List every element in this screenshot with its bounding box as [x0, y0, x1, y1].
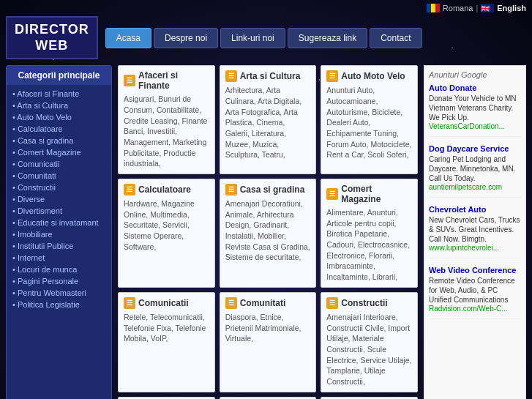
- category-icon-2: ☰: [326, 70, 338, 82]
- category-links-8: Amenajari Interioare, Constructii Civile…: [326, 312, 412, 387]
- category-title-4[interactable]: ☰Casa si gradina: [225, 184, 311, 195]
- category-links-1: Arhitectura, Arta Culinara, Arta Digital…: [225, 85, 311, 160]
- category-block-6: ☰ComunicatiiRetele, Telecomunicatii, Tel…: [118, 292, 215, 392]
- ad-title-2[interactable]: Chevrolet Auto: [429, 205, 521, 214]
- ad-text-0: Donate Your Vehicle to MN Vietnam Vetera…: [429, 94, 521, 122]
- language-selector: Romana | 🇬🇧 English: [427, 4, 526, 12]
- category-block-11: ☰Educatie si invatamantBiblioteci, Cursu…: [321, 397, 418, 399]
- sidebar-item-10[interactable]: Divertisment: [7, 205, 111, 217]
- category-title-text-8: Constructii: [341, 298, 387, 308]
- category-icon-4: ☰: [225, 184, 237, 195]
- category-title-text-0: Afaceri si Finante: [138, 70, 209, 91]
- category-title-8[interactable]: ☰Constructii: [326, 297, 412, 309]
- ad-url-3: Radvision.com/Web-C...: [429, 305, 521, 313]
- sidebar-item-13[interactable]: Institutii Publice: [7, 240, 111, 252]
- category-links-0: Asigurari, Bunuri de Consum, Contabilita…: [124, 94, 209, 169]
- ad-block-2: Chevrolet AutoNew Chevrolet Cars, Trucks…: [429, 205, 521, 258]
- lang-separator: |: [476, 4, 478, 12]
- english-link[interactable]: English: [497, 4, 526, 12]
- ads-list: Auto DonateDonate Your Vehicle to MN Vie…: [429, 83, 521, 319]
- category-icon-7: ☰: [225, 297, 237, 309]
- sidebar-item-3[interactable]: Calculatoare: [7, 123, 111, 135]
- category-title-text-5: Comert Magazine: [341, 184, 412, 204]
- category-block-7: ☰ComunitatiDiaspora, Etnice, Prietenii M…: [220, 292, 317, 392]
- sidebar-item-9[interactable]: Diverse: [7, 193, 111, 205]
- sidebar-item-1[interactable]: Arta si Cultura: [7, 100, 111, 111]
- category-icon-6: ☰: [124, 297, 135, 309]
- nav-item-acasa[interactable]: Acasa: [105, 28, 151, 48]
- category-block-9: ☰DiverseAltele, Discutii,: [118, 397, 215, 399]
- ad-url-0: VeteransCarDonation...: [429, 122, 521, 130]
- category-title-5[interactable]: ☰Comert Magazine: [326, 184, 412, 204]
- site-logo[interactable]: DIRECTOR WEB: [6, 16, 98, 59]
- ad-text-3: Remote Video Conference for Web, Audio, …: [429, 276, 521, 305]
- category-links-2: Anunturi Auto, Autocamioane, Autoturisme…: [326, 85, 412, 160]
- ad-title-3[interactable]: Web Video Conference: [429, 266, 521, 275]
- main-content: Categorii principale Afaceri si FinanteA…: [0, 65, 532, 399]
- category-icon-5: ☰: [326, 188, 338, 200]
- category-links-3: Hardware, Magazine Online, Multimedia, S…: [124, 198, 209, 252]
- header: DIRECTOR WEB AcasaDespre noiLink-uri noi…: [0, 16, 532, 65]
- ad-block-3: Web Video ConferenceRemote Video Confere…: [429, 266, 521, 319]
- category-title-2[interactable]: ☰Auto Moto Velo: [326, 70, 412, 82]
- category-icon-0: ☰: [124, 75, 135, 86]
- category-block-1: ☰Arta si CulturaArhitectura, Arta Culina…: [220, 65, 317, 174]
- category-title-1[interactable]: ☰Arta si Cultura: [225, 70, 311, 82]
- sidebar-item-17[interactable]: Pentru Webmasteri: [7, 287, 111, 299]
- ads-title: Anunturi Google: [429, 70, 521, 79]
- ad-block-1: Dog Daycare ServiceCaring Pet Lodging an…: [429, 144, 521, 198]
- romanian-flag-icon: [427, 4, 440, 12]
- logo-line1: DIRECTOR: [15, 22, 89, 38]
- sidebar-item-7[interactable]: Comunitati: [7, 170, 111, 182]
- logo-line2: WEB: [15, 38, 89, 54]
- category-title-6[interactable]: ☰Comunicatii: [124, 297, 209, 309]
- ad-text-1: Caring Pet Lodging and Daycare. Minneton…: [429, 154, 521, 183]
- ad-title-0[interactable]: Auto Donate: [429, 83, 521, 92]
- ad-text-2: New Chevrolet Cars, Trucks & SUVs. Great…: [429, 215, 521, 244]
- category-title-0[interactable]: ☰Afaceri si Finante: [124, 70, 209, 91]
- category-links-5: Alimentare, Anunturi, Articole pentru co…: [326, 207, 412, 283]
- category-block-0: ☰Afaceri si FinanteAsigurari, Bunuri de …: [118, 65, 215, 174]
- sidebar-item-16[interactable]: Pagini Personale: [7, 275, 111, 287]
- categories-grid: ☰Afaceri si FinanteAsigurari, Bunuri de …: [118, 65, 418, 399]
- right-ads: Anunturi Google Auto DonateDonate Your V…: [424, 65, 526, 399]
- sidebar-item-5[interactable]: Comert Magazine: [7, 146, 111, 158]
- sidebar-item-11[interactable]: Educatie si invatamant: [7, 217, 111, 228]
- sidebar: Categorii principale Afaceri si FinanteA…: [6, 65, 112, 399]
- category-block-5: ☰Comert MagazineAlimentare, Anunturi, Ar…: [321, 179, 418, 288]
- sidebar-item-0[interactable]: Afaceri si Finante: [7, 88, 111, 100]
- sidebar-item-4[interactable]: Casa si gradina: [7, 135, 111, 146]
- nav-item-link-uri-noi[interactable]: Link-uri noi: [220, 28, 285, 48]
- nav-item-sugereaza-link[interactable]: Sugereaza link: [288, 28, 367, 48]
- category-title-3[interactable]: ☰Calculatoare: [124, 184, 209, 195]
- sidebar-item-15[interactable]: Locuri de munca: [7, 264, 111, 275]
- sidebar-item-6[interactable]: Comunicatii: [7, 158, 111, 170]
- sidebar-title: Categorii principale: [7, 66, 111, 85]
- ad-url-2: www.lupintchevrolei...: [429, 244, 521, 252]
- category-title-text-6: Comunicatii: [138, 298, 189, 308]
- category-title-text-1: Arta si Cultura: [240, 71, 301, 81]
- nav-item-despre-noi[interactable]: Despre noi: [154, 28, 218, 48]
- sidebar-item-8[interactable]: Constructii: [7, 182, 111, 193]
- category-block-10: ☰DivertismentAstrologie, Chat, Felicitar…: [220, 397, 317, 399]
- main-nav: AcasaDespre noiLink-uri noiSugereaza lin…: [105, 28, 532, 48]
- category-links-4: Amenajari Decoratiuni, Animale, Arhitect…: [225, 198, 311, 263]
- category-title-7[interactable]: ☰Comunitati: [225, 297, 311, 309]
- sidebar-item-12[interactable]: Imobiliare: [7, 228, 111, 240]
- category-icon-1: ☰: [225, 70, 237, 82]
- ad-block-0: Auto DonateDonate Your Vehicle to MN Vie…: [429, 83, 521, 137]
- sidebar-item-2[interactable]: Auto Moto Velo: [7, 111, 111, 123]
- category-icon-3: ☰: [124, 184, 135, 195]
- category-links-6: Retele, Telecomunicatii, Telefonie Fixa,…: [124, 312, 209, 344]
- ad-title-1[interactable]: Dog Daycare Service: [429, 144, 521, 153]
- sidebar-item-18[interactable]: Politica Legislatie: [7, 299, 111, 310]
- romana-link[interactable]: Romana: [443, 4, 473, 12]
- category-links-7: Diaspora, Etnice, Prietenii Matrimoniale…: [225, 312, 311, 344]
- top-bar: Romana | 🇬🇧 English: [0, 0, 532, 16]
- nav-item-contact[interactable]: Contact: [370, 28, 422, 48]
- sidebar-item-14[interactable]: Internet: [7, 252, 111, 264]
- ad-url-1: auntiemilpetscare.com: [429, 183, 521, 191]
- category-title-text-4: Casa si gradina: [240, 184, 305, 195]
- sidebar-list: Afaceri si FinanteArta si CulturaAuto Mo…: [7, 85, 111, 313]
- center-content: ☰Afaceri si FinanteAsigurari, Bunuri de …: [118, 65, 418, 399]
